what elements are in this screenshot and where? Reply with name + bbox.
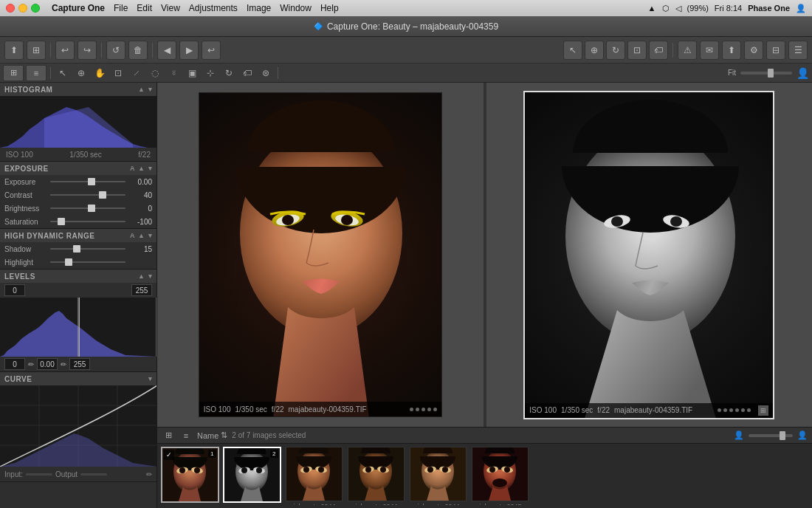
toolbar-btn-export[interactable]: ⬆	[722, 41, 741, 60]
histogram-header[interactable]: HISTOGRAM ▲ ▾	[0, 83, 156, 96]
eyedropper-gray-icon[interactable]: ✏	[61, 360, 66, 368]
levels-line-center[interactable]	[79, 298, 80, 357]
zoom-slider-thumb[interactable]	[768, 69, 774, 78]
tool-cursor[interactable]: ↖	[55, 65, 71, 81]
tool-eyedropper[interactable]: ⟋	[128, 65, 145, 81]
levels-output-low[interactable]: 0	[4, 358, 25, 370]
saturation-slider[interactable]	[50, 221, 125, 222]
image-menu-item[interactable]: Image	[247, 3, 271, 13]
thumb-1-img[interactable]: 1 ✓	[161, 447, 219, 503]
tool-pan[interactable]: ✋	[92, 65, 108, 81]
filmstrip-zoom-slider[interactable]	[749, 434, 793, 437]
toolbar-btn-tag[interactable]: 🏷	[649, 41, 668, 60]
tool-mask[interactable]: ▣	[184, 65, 200, 81]
exposure-header[interactable]: EXPOSURE A ▲ ▾	[0, 162, 156, 175]
toolbar-btn-rotate-l[interactable]: ↺	[106, 41, 125, 60]
toolbar-btn-layout[interactable]: ⊟	[766, 41, 785, 60]
toolbar-btn-warning[interactable]: ⚠	[678, 41, 697, 60]
eyedropper-black-icon[interactable]: ✏	[28, 360, 34, 368]
thumb-1[interactable]: 1 ✓ majabeauty-004359.TIF	[160, 447, 219, 505]
toolbar-user-icon[interactable]: 👤	[796, 67, 809, 79]
exposure-expand-icon[interactable]: ▲	[138, 165, 145, 172]
toolbar-btn-zoom[interactable]: ⊕	[585, 41, 604, 60]
filmstrip-sort[interactable]: Name ⇅	[197, 430, 227, 440]
tool-lasso[interactable]: ◌	[147, 65, 163, 81]
contrast-slider[interactable]	[50, 194, 125, 196]
filmstrip-user-icon-right[interactable]: 👤	[797, 430, 808, 440]
maximize-button[interactable]	[31, 4, 40, 13]
minimize-button[interactable]	[18, 4, 27, 13]
tool-spot[interactable]: ⊛	[258, 65, 274, 81]
levels-menu-icon[interactable]: ▾	[148, 272, 153, 280]
thumb-4-img[interactable]	[348, 447, 405, 501]
shadow-slider[interactable]	[50, 248, 125, 250]
curve-header[interactable]: CURVE ▾	[0, 372, 156, 385]
brightness-thumb[interactable]	[88, 205, 95, 212]
filmstrip-grid-btn[interactable]: ⊞	[162, 429, 175, 442]
toolbar-btn-delete[interactable]: 🗑	[128, 41, 148, 60]
levels-output-high[interactable]: 255	[69, 358, 90, 370]
toolbar-btn-more[interactable]: ☰	[788, 41, 808, 60]
toolbar-btn-grid[interactable]: ⊞	[27, 41, 46, 60]
highlight-slider[interactable]	[50, 261, 125, 263]
hdr-header[interactable]: HIGH DYNAMIC RANGE A ▲ ▾	[0, 229, 156, 242]
curve-output-slider[interactable]	[80, 473, 107, 476]
tool-rotate[interactable]: ↻	[221, 65, 237, 81]
toolbar-btn-import[interactable]: ⬆	[4, 41, 24, 60]
toolbar-btn-rotate[interactable]: ↻	[606, 41, 625, 60]
tool-crop[interactable]: ⊡	[110, 65, 126, 81]
levels-expand-icon[interactable]: ▲	[138, 272, 145, 280]
histogram-menu-icon[interactable]: ▾	[148, 86, 153, 93]
toolbar-btn-mail[interactable]: ✉	[700, 41, 719, 60]
toolbar-btn-undo[interactable]: ↩	[55, 41, 75, 60]
curve-canvas[interactable]	[0, 385, 157, 467]
help-menu-item[interactable]: Help	[320, 3, 339, 13]
filmstrip-user-icon[interactable]: 👤	[734, 430, 744, 440]
exposure-thumb[interactable]	[88, 178, 95, 185]
thumb-4[interactable]: majabeauty-004450.TIF	[346, 447, 405, 505]
hdr-auto-icon[interactable]: A	[130, 232, 135, 239]
shadow-thumb[interactable]	[73, 245, 80, 253]
highlight-thumb[interactable]	[65, 258, 72, 266]
toolbar-btn-next[interactable]: ▶	[179, 41, 199, 60]
file-menu-item[interactable]: File	[114, 3, 128, 13]
view-list-btn[interactable]: ≡	[26, 65, 47, 81]
user-icon[interactable]: 👤	[796, 4, 806, 13]
thumb-6[interactable]: majabeauty-004503.TIF	[470, 447, 529, 505]
adjustments-menu-item[interactable]: Adjustments	[189, 3, 238, 13]
toolbar-btn-crop[interactable]: ⊡	[627, 41, 647, 60]
window-menu-item[interactable]: Window	[280, 3, 312, 13]
exposure-auto-icon[interactable]: A	[130, 165, 135, 172]
toolbar-btn-cursor[interactable]: ↖	[563, 41, 582, 60]
tool-brush[interactable]: ⍤	[165, 65, 182, 81]
exposure-slider[interactable]	[50, 181, 125, 182]
exposure-menu-icon[interactable]: ▾	[148, 165, 153, 172]
curve-input-slider[interactable]	[26, 473, 52, 476]
filmstrip-list-btn[interactable]: ≡	[179, 429, 193, 442]
close-button[interactable]	[6, 4, 15, 13]
exposure-controls[interactable]: A ▲ ▾	[130, 165, 152, 172]
levels-controls[interactable]: ▲ ▾	[138, 272, 152, 280]
thumb-3-img[interactable]	[286, 447, 343, 501]
curve-dropper-icon[interactable]: ✏	[146, 470, 152, 478]
thumb-5-img[interactable]	[410, 447, 467, 501]
levels-header[interactable]: LEVELS ▲ ▾	[0, 270, 156, 283]
right-photo-icon[interactable]: ⊞	[758, 405, 768, 416]
histogram-controls[interactable]: ▲ ▾	[138, 86, 152, 93]
view-menu-item[interactable]: View	[161, 3, 180, 13]
contrast-thumb[interactable]	[99, 191, 106, 199]
zoom-slider[interactable]	[740, 72, 792, 75]
app-menu-item[interactable]: Capture One	[52, 3, 105, 13]
toolbar-btn-prev[interactable]: ◀	[157, 41, 176, 60]
histogram-expand-icon[interactable]: ▲	[138, 86, 145, 93]
tool-measure[interactable]: ⊹	[202, 65, 219, 81]
edit-menu-item[interactable]: Edit	[137, 3, 152, 13]
brightness-slider[interactable]	[50, 207, 125, 209]
thumb-5[interactable]: majabeauty-004475.TIF	[408, 447, 467, 505]
hdr-expand-icon[interactable]: ▲	[138, 232, 145, 239]
thumb-6-img[interactable]	[472, 447, 529, 501]
tool-zoom-in[interactable]: ⊕	[73, 65, 89, 81]
curve-controls[interactable]: ▾	[148, 375, 153, 382]
traffic-lights[interactable]	[6, 4, 40, 13]
toolbar-btn-back[interactable]: ↩	[202, 41, 221, 60]
